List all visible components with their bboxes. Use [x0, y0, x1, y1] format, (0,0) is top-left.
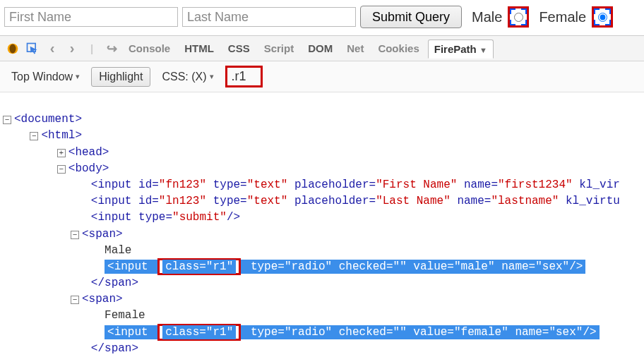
inspect-corner-icon — [521, 8, 527, 14]
dom-node-input-lastname[interactable]: <input id="ln123" type="text" placeholde… — [91, 195, 620, 207]
inspect-corner-icon — [594, 8, 600, 14]
firstname-input[interactable] — [4, 7, 178, 27]
dom-node-male-radio[interactable]: <input — [105, 260, 157, 274]
firebug-icon[interactable] — [4, 40, 21, 57]
male-radio-highlighted[interactable] — [508, 6, 529, 28]
tab-cookies[interactable]: Cookies — [372, 40, 424, 57]
highlighted-class-attr: class="r1" — [157, 324, 241, 341]
dom-node-span[interactable]: <span> — [82, 293, 123, 305]
svg-point-1 — [9, 44, 16, 53]
css-engine-dropdown[interactable]: CSS: (X) ▾ — [157, 69, 217, 85]
collapse-icon[interactable]: − — [71, 296, 79, 304]
dom-node-input-submit[interactable]: <input type="submit"/> — [91, 211, 240, 224]
female-label: Female — [539, 9, 586, 25]
male-label: Male — [472, 9, 502, 25]
devtools-toolbar: ‹ › | ↪ Console HTML CSS Script DOM Net … — [0, 36, 644, 61]
dom-node-input-firstname[interactable]: <input id="fn123" type="text" placeholde… — [91, 178, 620, 191]
collapse-icon[interactable]: − — [30, 132, 38, 140]
collapse-icon[interactable]: − — [71, 231, 79, 239]
dom-tree: −<document> −<html> +<head> −<body> <inp… — [0, 92, 644, 357]
dom-text-male: Male — [105, 244, 131, 257]
inspect-corner-icon — [510, 20, 515, 25]
submit-button[interactable]: Submit Query — [360, 6, 462, 28]
inspect-corner-icon — [521, 20, 527, 25]
frame-dropdown-label: Top Window — [11, 71, 73, 83]
devtools-subtoolbar: Top Window ▾ Highlight CSS: (X) ▾ .r1 — [0, 61, 644, 92]
dom-node-span-close[interactable]: </span> — [91, 277, 138, 289]
highlight-button[interactable]: Highlight — [91, 67, 150, 87]
tab-firepath-label: FirePath — [434, 43, 477, 55]
tab-console[interactable]: Console — [123, 40, 176, 57]
inspect-corner-icon — [594, 20, 600, 25]
inspect-corner-icon — [605, 20, 611, 25]
forward-icon[interactable]: › — [64, 40, 80, 57]
dom-node-body[interactable]: <body> — [68, 162, 109, 175]
frame-dropdown[interactable]: Top Window ▾ — [7, 69, 84, 85]
tab-firepath[interactable]: FirePath ▼ — [428, 40, 494, 59]
divider-icon: | — [83, 40, 100, 57]
chevron-down-icon: ▾ — [210, 72, 214, 81]
back-icon[interactable]: ‹ — [44, 40, 61, 57]
expand-icon[interactable]: + — [57, 149, 66, 157]
tab-css[interactable]: CSS — [222, 40, 256, 57]
lastname-input[interactable] — [182, 7, 356, 27]
inspect-corner-icon — [605, 8, 611, 14]
collapse-icon[interactable]: − — [57, 165, 66, 174]
dom-node-female-radio[interactable]: <input — [105, 325, 157, 339]
female-radio-highlighted[interactable] — [592, 6, 613, 28]
chevron-down-icon: ▾ — [76, 72, 80, 81]
chevron-down-icon: ▼ — [479, 46, 487, 54]
tab-dom[interactable]: DOM — [302, 40, 338, 57]
dom-node-html[interactable]: <html> — [41, 129, 82, 142]
step-icon[interactable]: ↪ — [103, 40, 120, 57]
tab-net[interactable]: Net — [341, 40, 369, 57]
dom-node-document[interactable]: <document> — [14, 113, 82, 126]
inspect-icon[interactable] — [24, 40, 41, 57]
devtools-panel: ‹ › | ↪ Console HTML CSS Script DOM Net … — [0, 35, 644, 357]
dom-node-span-close[interactable]: </span> — [91, 342, 138, 355]
dom-node-head[interactable]: <head> — [68, 146, 109, 159]
tab-html[interactable]: HTML — [179, 40, 220, 57]
highlighted-class-attr: class="r1" — [157, 258, 241, 275]
collapse-icon[interactable]: − — [3, 116, 11, 124]
css-engine-label: CSS: (X) — [162, 71, 206, 83]
dom-text-female: Female — [105, 309, 145, 322]
css-selector-input[interactable]: .r1 — [225, 66, 263, 87]
tab-script[interactable]: Script — [258, 40, 300, 57]
inspect-corner-icon — [510, 8, 515, 14]
dom-node-span[interactable]: <span> — [82, 228, 123, 241]
rendered-page: Submit Query Male Female — [0, 0, 644, 35]
